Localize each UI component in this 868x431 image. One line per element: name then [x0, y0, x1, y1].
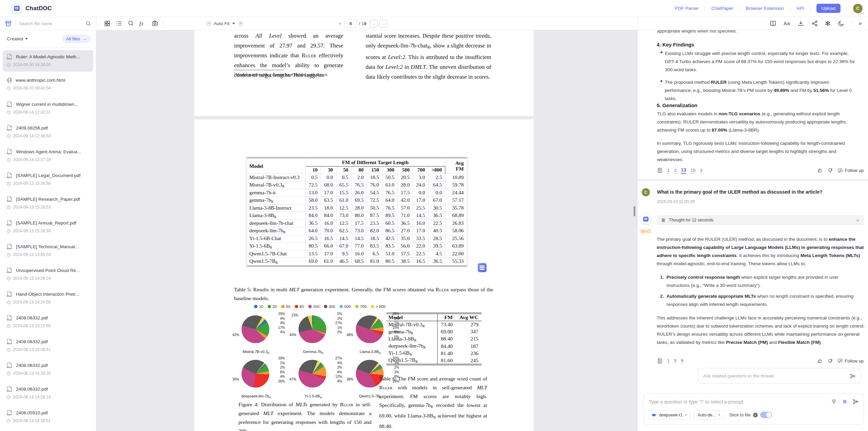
thumbs-up-icon[interactable]: [817, 168, 823, 173]
archive-icon[interactable]: [5, 20, 12, 27]
nav-link-api[interactable]: API: [796, 6, 804, 11]
history-forward-button[interactable]: →: [379, 20, 387, 28]
cited-page-number[interactable]: 2: [674, 168, 676, 174]
screenshot-icon[interactable]: [151, 20, 158, 27]
pdf-viewer: fx − Auto Fit + ‹ / 18 › ← → across All …: [96, 17, 637, 431]
file-list-item[interactable]: PDF[SAMPLE] Annual_Report.pdf2024-09-13 …: [3, 216, 93, 238]
file-list-item[interactable]: PDF2408.06332.pdf2024-08-13 14:34:41: [3, 335, 93, 356]
sort-created-dropdown[interactable]: Created: [7, 36, 28, 41]
file-list-item[interactable]: PDFUnsupervised Point Cloud Re...2024-09…: [3, 264, 93, 285]
thumbs-up-icon[interactable]: [817, 358, 823, 364]
file-list-item[interactable]: PDFRuler: A Model-Agnostic Meth...2024-0…: [3, 50, 93, 72]
divider: [847, 6, 847, 11]
search-icon[interactable]: [85, 21, 91, 26]
share-icon[interactable]: [811, 20, 818, 27]
viewer-scrollbar[interactable]: [634, 206, 635, 216]
download-icon[interactable]: [797, 20, 804, 27]
settings-gear-icon[interactable]: [842, 398, 848, 405]
nav-link-pdf-parser[interactable]: PDF Parser: [675, 6, 699, 11]
page-number-input[interactable]: [345, 19, 357, 28]
file-list-item[interactable]: PDF[SAMPLE] Technical_Manual...2024-09-1…: [3, 240, 93, 261]
file-list-item[interactable]: PDFHand-Object Interaction Pretr...2024-…: [3, 288, 93, 309]
zoom-out-button[interactable]: −: [206, 20, 212, 27]
prompt-ideas-bulb-icon[interactable]: [831, 398, 837, 405]
table-row: Llama-3-8BR84.084.073.080.087.589.571.01…: [247, 212, 467, 219]
cited-page-number[interactable]: 13: [681, 167, 686, 174]
nav-link-browser-extension[interactable]: Browser Extension: [746, 6, 784, 11]
table-row: deepseek-llm-7bR84.40187: [386, 342, 482, 350]
table-row: Yi-1.5-6B-Chat26.516.514.514.518.542.535…: [247, 235, 467, 242]
cited-page-number[interactable]: 1: [667, 358, 670, 364]
formula-icon[interactable]: fx: [139, 21, 143, 27]
thumbnail-grid-icon[interactable]: [104, 20, 111, 27]
file-list-item[interactable]: PDF[SAMPLE] Legal_Document.pdf2024-09-13…: [3, 169, 93, 190]
file-list-item[interactable]: PDF2408.06332.pdf2024-08-13 14:28:14: [3, 383, 93, 404]
pdf-canvas[interactable]: across All Level showed an average impro…: [96, 30, 637, 431]
file-list-item[interactable]: PDF2408.05910.pdf2024-08-13 14:26:51: [3, 406, 93, 423]
answer-paragraph: The primary goal of the RULER (ULER) met…: [657, 235, 865, 268]
upload-button[interactable]: Upload: [816, 4, 841, 13]
dark-mode-moon-icon[interactable]: [838, 20, 844, 27]
question-input[interactable]: [649, 399, 826, 405]
openai-icon[interactable]: ✻: [825, 20, 831, 27]
file-timestamp: 2024-09-14 12:42:31: [13, 110, 51, 115]
previous-page-button[interactable]: ‹: [339, 20, 341, 26]
user-avatar[interactable]: C: [853, 4, 863, 13]
viewer-toolbar: fx − Auto Fit + ‹ / 18 › ← →: [96, 17, 637, 30]
cited-page-number[interactable]: 3: [700, 168, 702, 174]
divider: [851, 21, 852, 26]
cited-page-number[interactable]: 5: [674, 358, 676, 364]
model-select-dropdown[interactable]: deepseek-r1 ▾: [648, 410, 691, 419]
follow-up-button[interactable]: Follow up: [837, 168, 864, 173]
pie-title: deepseek-llm-7bR: [232, 394, 280, 399]
cited-page-number[interactable]: 1: [667, 168, 670, 174]
zoom-in-button[interactable]: +: [237, 20, 244, 27]
all-files-button[interactable]: All files →: [62, 35, 91, 43]
file-list-item[interactable]: PDF2408.06332.pdf2024-08-13 15:13:55: [3, 311, 93, 333]
svg-text:PDF: PDF: [7, 413, 11, 416]
stick-to-file-toggle[interactable]: [760, 412, 772, 418]
search-input[interactable]: [19, 21, 82, 26]
send-icon[interactable]: [850, 373, 856, 379]
file-list-item[interactable]: PDF2409.08256.pdf2024-09-14 12:38:53: [3, 121, 93, 143]
pie-label: 2%: [280, 366, 285, 369]
thumbs-down-icon[interactable]: [827, 168, 833, 173]
font-size-icon[interactable]: Aa: [784, 21, 790, 26]
thought-toggle[interactable]: Thought for 12 seconds: [657, 215, 864, 225]
pie-chart: [242, 315, 269, 343]
info-icon[interactable]: i: [753, 413, 758, 417]
search-document-icon[interactable]: [128, 20, 134, 27]
file-list-item[interactable]: PDFWindows Agent Arena: Evalua...2024-09…: [3, 145, 93, 166]
svg-text:PDF: PDF: [7, 223, 11, 226]
cited-page-number[interactable]: 15: [691, 168, 695, 174]
pdf-paragraph: stantial score increases. Despite these …: [366, 31, 491, 82]
svg-text:PDF: PDF: [7, 200, 11, 202]
pdf-file-icon: PDF: [6, 124, 13, 131]
file-list-item[interactable]: PDF2408.06332.pdf2024-08-13 14:33:35: [3, 359, 93, 380]
thumbs-down-icon[interactable]: [827, 358, 833, 364]
detect-mode-dropdown[interactable]: Auto-de... ▾: [694, 410, 724, 419]
summary-book-icon[interactable]: [770, 20, 776, 27]
file-list-item[interactable]: www.anthropic.com.html2024-09-20 09:41:0…: [3, 74, 93, 95]
history-back-button[interactable]: ←: [370, 20, 378, 28]
table-chat-button[interactable]: [478, 263, 486, 272]
nav-link-chatpaper[interactable]: ChatPaper: [711, 6, 733, 11]
collapse-panel-icon[interactable]: »: [859, 20, 862, 27]
file-list: PDFRuler: A Model-Agnostic Meth...2024-0…: [0, 50, 96, 423]
follow-up-button[interactable]: Follow up: [837, 358, 864, 364]
pie-label: 4%: [280, 317, 285, 320]
pdf-file-icon: PDF: [6, 196, 13, 202]
file-list-item[interactable]: PDFWigner current in multidimen...2024-0…: [3, 98, 93, 119]
file-list-item[interactable]: PDF[SAMPLE] Research_Paper.pdf2024-09-13…: [3, 193, 93, 214]
thread-input[interactable]: [703, 373, 846, 378]
thread-input-box: [698, 368, 861, 384]
file-name: [SAMPLE] Legal_Document.pdf: [16, 173, 81, 178]
outline-list-icon[interactable]: [116, 20, 122, 27]
next-page-button[interactable]: ›: [364, 20, 366, 26]
send-icon[interactable]: [852, 398, 859, 405]
cited-page-number[interactable]: 9: [681, 358, 683, 364]
stick-to-file: Stick to file i: [729, 412, 772, 418]
brand-logo[interactable]: ChatDOC: [12, 4, 52, 13]
zoom-level-dropdown[interactable]: Auto Fit: [214, 21, 235, 26]
pie-title: Mistral-7B-v0.3R: [232, 350, 280, 355]
